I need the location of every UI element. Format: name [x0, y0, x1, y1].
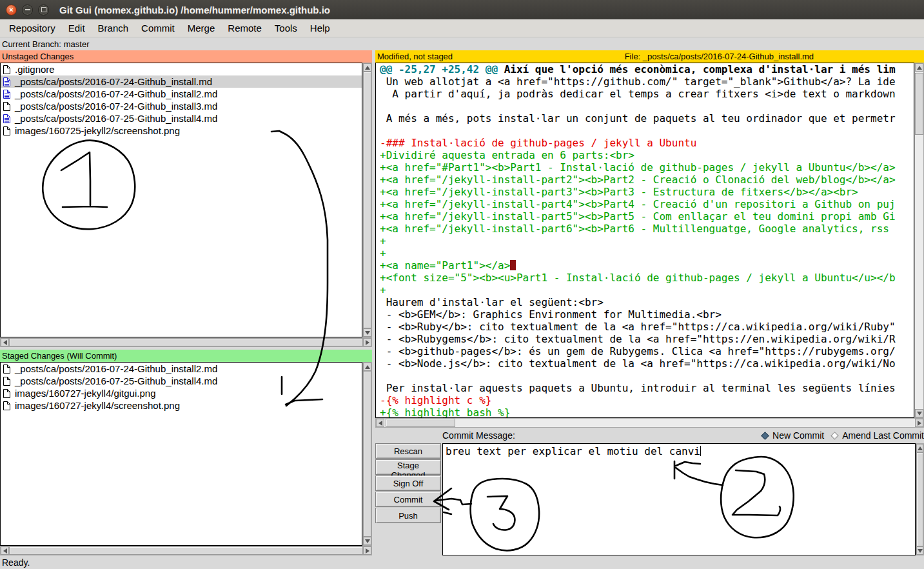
menu-remote[interactable]: Remote: [221, 21, 268, 35]
radio-amend-last-commit[interactable]: Amend Last Commit: [831, 430, 924, 441]
diff-line: -### Instal·lació de github-pages / jeky…: [380, 137, 914, 149]
maximize-window-icon[interactable]: [38, 5, 49, 15]
menu-help[interactable]: Help: [304, 21, 337, 35]
scroll-down-icon[interactable]: [916, 546, 923, 555]
status-text: Ready.: [2, 557, 30, 568]
diff-line: +: [380, 235, 914, 247]
diff-line: - <b>Ruby</b>: cito textualment de la <a…: [380, 321, 914, 333]
file-name: _posts/ca/posts/2016-07-24-Github_instal…: [15, 88, 217, 99]
commit-buttons-column: RescanStage ChangedSign OffCommitPush: [375, 443, 442, 555]
file-plain-icon[interactable]: [3, 101, 12, 112]
scroll-right-icon[interactable]: [363, 338, 371, 346]
scroll-down-icon[interactable]: [363, 328, 371, 337]
diff-line: +<a href="/jekyll-install-part3"><b>Part…: [380, 186, 914, 198]
diff-line: A més a més, pots instal·lar un conjunt …: [380, 112, 914, 125]
file-row[interactable]: _posts/ca/posts/2016-07-25-Github_instal…: [1, 375, 362, 387]
unstaged-vertical-scrollbar[interactable]: [362, 63, 372, 337]
scroll-up-icon[interactable]: [363, 63, 371, 72]
scroll-down-icon[interactable]: [363, 537, 371, 545]
diff-line: - <b>github-pages</b>: és un gem de Ruby…: [380, 345, 914, 357]
menu-repository[interactable]: Repository: [3, 21, 62, 35]
diff-line: +<font size="5"><b><u>Part1 - Instal·lac…: [380, 272, 914, 284]
menu-branch[interactable]: Branch: [92, 21, 135, 35]
menu-commit[interactable]: Commit: [135, 21, 181, 35]
diff-line: Un web allotjat a <a href="https://githu…: [380, 75, 914, 88]
file-name: _posts/ca/posts/2016-07-25-Github_instal…: [15, 113, 217, 124]
text-cursor: [700, 446, 701, 456]
staged-horizontal-scrollbar[interactable]: [0, 546, 372, 555]
diff-file-label: File: _posts/ca/posts/2016-07-24-Github_…: [515, 52, 924, 61]
commit-message-scrollbar[interactable]: [916, 443, 924, 555]
radio-unselected-icon: [831, 432, 839, 440]
file-row[interactable]: _posts/ca/posts/2016-07-24-Github_instal…: [1, 75, 362, 88]
file-modified-icon[interactable]: [3, 77, 12, 87]
commit-message-text: breu text per explicar el motiu del canv…: [446, 445, 700, 457]
diff-line: +Dividiré aquesta entrada en 6 parts:<br…: [380, 149, 914, 161]
file-name: _posts/ca/posts/2016-07-24-Github_instal…: [15, 101, 217, 112]
diff-vertical-scrollbar[interactable]: [914, 63, 924, 418]
menu-tools[interactable]: Tools: [268, 21, 304, 35]
diff-line: +<a href="/jekyll-install-part4"><b>Part…: [380, 198, 914, 210]
file-row[interactable]: .gitignore: [1, 63, 362, 75]
stage-changed-button[interactable]: Stage Changed: [375, 459, 441, 475]
commit-message-label: Commit Message:: [442, 430, 515, 441]
diff-line: +<a name="Part1"></a>: [380, 259, 914, 272]
scroll-up-icon[interactable]: [915, 63, 923, 72]
diff-horizontal-scrollbar[interactable]: [375, 418, 924, 428]
scroll-up-icon[interactable]: [916, 444, 923, 452]
diff-line: - <b>GEM</b>: Graphics Environment for M…: [380, 308, 914, 321]
current-branch-value: master: [64, 39, 90, 49]
scroll-left-icon[interactable]: [1, 338, 9, 346]
file-plain-icon[interactable]: [3, 364, 12, 374]
file-row[interactable]: _posts/ca/posts/2016-07-24-Github_instal…: [1, 88, 362, 100]
file-plain-icon[interactable]: [3, 401, 12, 411]
menu-bar: RepositoryEditBranchCommitMergeRemoteToo…: [0, 19, 924, 37]
scroll-left-icon[interactable]: [1, 546, 9, 555]
rescan-button[interactable]: Rescan: [375, 443, 441, 459]
window-controls: ×: [6, 5, 49, 15]
diff-line: +<a href="/jekyll-install-part2"><b>Part…: [380, 174, 914, 186]
file-row[interactable]: _posts/ca/posts/2016-07-24-Github_instal…: [1, 100, 362, 112]
close-window-icon[interactable]: ×: [6, 5, 17, 15]
file-name: _posts/ca/posts/2016-07-24-Github_instal…: [15, 76, 212, 87]
unstaged-horizontal-scrollbar[interactable]: [0, 337, 372, 347]
scroll-right-icon[interactable]: [363, 546, 371, 555]
file-plain-icon[interactable]: [3, 126, 12, 136]
unstaged-file-list[interactable]: .gitignore_posts/ca/posts/2016-07-24-Git…: [0, 63, 362, 337]
current-branch-label: Current Branch:: [2, 39, 61, 49]
git-gui-window: × Git Gui (momex.github.io) /home/hummer…: [0, 0, 924, 569]
push-button[interactable]: Push: [375, 508, 441, 523]
diff-line: [380, 125, 914, 137]
diff-view[interactable]: @@ -25,27 +25,42 @@ Així que l'opció més…: [375, 63, 914, 418]
radio-new-commit[interactable]: New Commit: [761, 430, 824, 441]
file-row[interactable]: _posts/ca/posts/2016-07-25-Github_instal…: [1, 112, 362, 125]
current-branch-bar: Current Branch: master: [0, 37, 924, 50]
minimize-window-icon[interactable]: [22, 5, 33, 15]
diff-line: +<a href="#Part1"><b>Part1 - Instal·laci…: [380, 161, 914, 174]
diff-line: +: [380, 284, 914, 296]
diff-line: +<a href="/jekyll-install-part6"><b>Part…: [380, 223, 914, 235]
file-modified-icon[interactable]: [3, 114, 12, 124]
file-plain-icon[interactable]: [3, 65, 12, 75]
file-modified-icon[interactable]: [3, 89, 12, 99]
scroll-down-icon[interactable]: [915, 409, 923, 417]
diff-line: [380, 100, 914, 112]
file-row[interactable]: images/160725-jekyll2/screenshot.png: [1, 125, 362, 137]
file-name: _posts/ca/posts/2016-07-25-Github_instal…: [15, 375, 217, 386]
diff-line: Per instal·lar aquests paquets a Ubuntu,…: [380, 382, 914, 394]
file-row[interactable]: _posts/ca/posts/2016-07-24-Github_instal…: [1, 363, 362, 375]
file-plain-icon[interactable]: [3, 388, 12, 399]
scroll-right-icon[interactable]: [915, 419, 923, 427]
menu-edit[interactable]: Edit: [62, 21, 92, 35]
staged-vertical-scrollbar[interactable]: [362, 362, 372, 546]
scroll-left-icon[interactable]: [376, 419, 384, 427]
file-row[interactable]: images/160727-jekyll4/gitgui.png: [1, 387, 362, 399]
commit-button[interactable]: Commit: [375, 492, 441, 507]
commit-message-input[interactable]: breu text per explicar el motiu del canv…: [442, 443, 916, 555]
file-row[interactable]: images/160727-jekyll4/screenshot.png: [1, 399, 362, 412]
sign-off-button[interactable]: Sign Off: [375, 475, 441, 491]
menu-merge[interactable]: Merge: [181, 21, 222, 35]
scroll-up-icon[interactable]: [363, 363, 371, 371]
staged-file-list[interactable]: _posts/ca/posts/2016-07-24-Github_instal…: [0, 362, 362, 546]
file-plain-icon[interactable]: [3, 376, 12, 386]
